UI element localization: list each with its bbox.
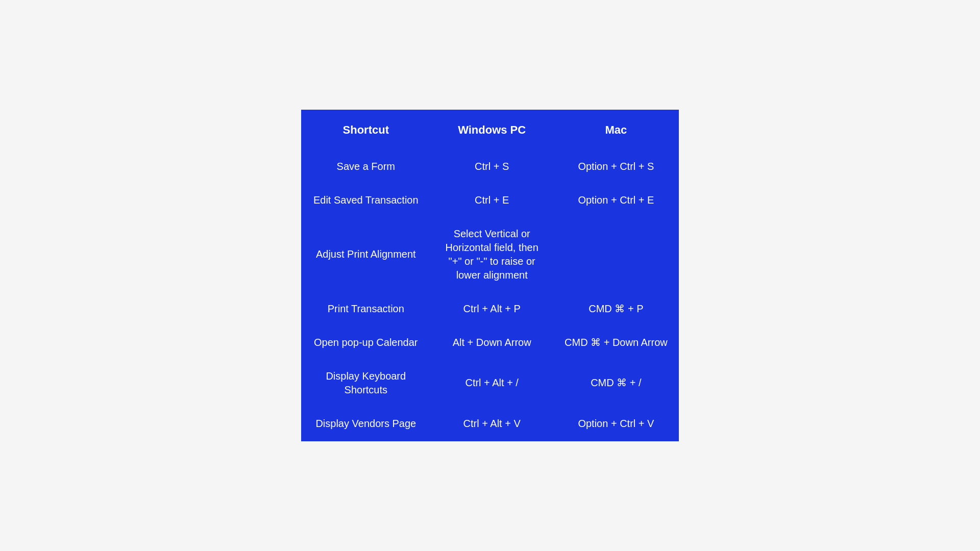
cell-shortcut: Save a Form	[302, 149, 430, 183]
cell-mac: Option + Ctrl + S	[554, 149, 678, 183]
cell-windows: Alt + Down Arrow	[430, 325, 554, 359]
cell-shortcut: Display Vendors Page	[302, 407, 430, 440]
cell-windows: Ctrl + E	[430, 183, 554, 217]
table-row: Display Vendors PageCtrl + Alt + VOption…	[302, 407, 678, 440]
header-windows: Windows PC	[430, 111, 554, 150]
cell-windows: Ctrl + Alt + P	[430, 292, 554, 325]
cell-mac: CMD ⌘ + Down Arrow	[554, 325, 678, 359]
cell-shortcut: Adjust Print Alignment	[302, 217, 430, 292]
cell-mac: CMD ⌘ + /	[554, 359, 678, 407]
table-row: Edit Saved TransactionCtrl + EOption + C…	[302, 183, 678, 217]
cell-windows: Ctrl + Alt + V	[430, 407, 554, 440]
header-mac: Mac	[554, 111, 678, 150]
table-row: Adjust Print AlignmentSelect Vertical or…	[302, 217, 678, 292]
table-row: Save a FormCtrl + SOption + Ctrl + S	[302, 149, 678, 183]
header-shortcut: Shortcut	[302, 111, 430, 150]
cell-mac: Option + Ctrl + V	[554, 407, 678, 440]
cell-windows: Select Vertical or Horizontal field, the…	[430, 217, 554, 292]
keyboard-shortcuts-table: Shortcut Windows PC Mac Save a FormCtrl …	[301, 110, 679, 441]
cell-shortcut: Edit Saved Transaction	[302, 183, 430, 217]
table-row: Display Keyboard ShortcutsCtrl + Alt + /…	[302, 359, 678, 407]
cell-shortcut: Display Keyboard Shortcuts	[302, 359, 430, 407]
cell-windows: Ctrl + S	[430, 149, 554, 183]
cell-mac: CMD ⌘ + P	[554, 292, 678, 325]
table-row: Print TransactionCtrl + Alt + PCMD ⌘ + P	[302, 292, 678, 325]
cell-shortcut: Open pop-up Calendar	[302, 325, 430, 359]
cell-mac: Option + Ctrl + E	[554, 183, 678, 217]
cell-windows: Ctrl + Alt + /	[430, 359, 554, 407]
table-header-row: Shortcut Windows PC Mac	[302, 111, 678, 150]
cell-mac	[554, 217, 678, 292]
cell-shortcut: Print Transaction	[302, 292, 430, 325]
table-row: Open pop-up CalendarAlt + Down ArrowCMD …	[302, 325, 678, 359]
